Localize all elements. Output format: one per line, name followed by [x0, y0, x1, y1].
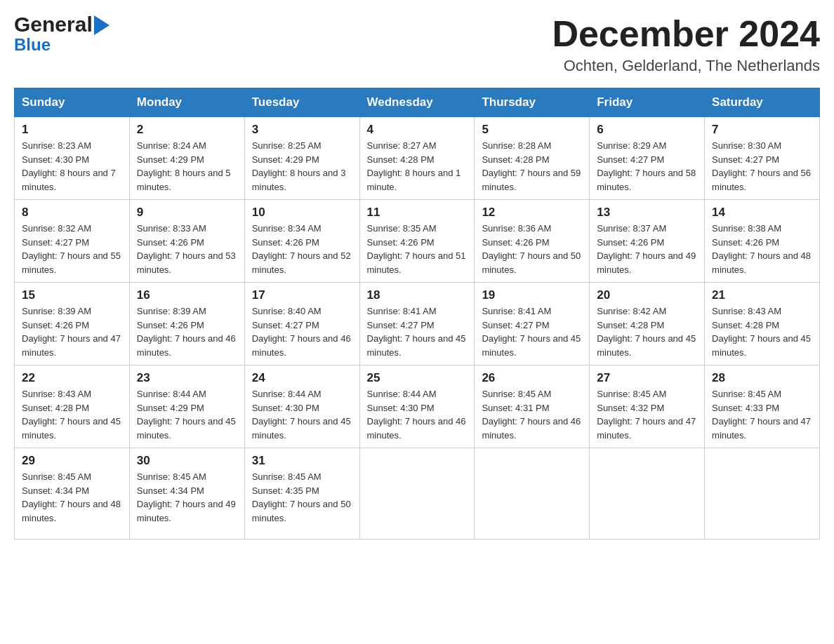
page-header: General Blue December 2024 Ochten, Gelde…: [14, 14, 820, 75]
calendar-cell: 24Sunrise: 8:44 AMSunset: 4:30 PMDayligh…: [244, 365, 359, 448]
day-number: 28: [712, 371, 812, 385]
calendar-cell: [590, 448, 705, 539]
calendar-cell: 12Sunrise: 8:36 AMSunset: 4:26 PMDayligh…: [475, 200, 590, 283]
header-tuesday: Tuesday: [244, 88, 359, 117]
day-info: Sunrise: 8:25 AMSunset: 4:29 PMDaylight:…: [252, 139, 352, 194]
day-number: 18: [367, 288, 468, 302]
day-number: 8: [22, 206, 122, 220]
header-friday: Friday: [590, 88, 705, 117]
calendar-cell: 21Sunrise: 8:43 AMSunset: 4:28 PMDayligh…: [705, 283, 820, 365]
calendar-cell: 7Sunrise: 8:30 AMSunset: 4:27 PMDaylight…: [705, 117, 820, 200]
calendar-cell: 30Sunrise: 8:45 AMSunset: 4:34 PMDayligh…: [129, 448, 244, 539]
logo-blue-text: Blue: [14, 36, 51, 53]
day-number: 6: [597, 123, 697, 137]
header-sunday: Sunday: [15, 88, 130, 117]
calendar-cell: 8Sunrise: 8:32 AMSunset: 4:27 PMDaylight…: [15, 200, 130, 283]
day-number: 1: [22, 123, 122, 137]
calendar-cell: 9Sunrise: 8:33 AMSunset: 4:26 PMDaylight…: [129, 200, 244, 283]
calendar-cell: 6Sunrise: 8:29 AMSunset: 4:27 PMDaylight…: [590, 117, 705, 200]
day-info: Sunrise: 8:39 AMSunset: 4:26 PMDaylight:…: [137, 304, 237, 359]
day-number: 16: [137, 288, 237, 302]
day-number: 24: [252, 371, 352, 385]
calendar-cell: 3Sunrise: 8:25 AMSunset: 4:29 PMDaylight…: [244, 117, 359, 200]
day-info: Sunrise: 8:33 AMSunset: 4:26 PMDaylight:…: [137, 222, 237, 276]
day-number: 23: [137, 371, 237, 385]
day-info: Sunrise: 8:43 AMSunset: 4:28 PMDaylight:…: [22, 387, 122, 442]
calendar-cell: 26Sunrise: 8:45 AMSunset: 4:31 PMDayligh…: [475, 365, 590, 448]
header-thursday: Thursday: [475, 88, 590, 117]
calendar-cell: 11Sunrise: 8:35 AMSunset: 4:26 PMDayligh…: [359, 200, 475, 283]
day-number: 12: [482, 206, 582, 220]
calendar-cell: 4Sunrise: 8:27 AMSunset: 4:28 PMDaylight…: [359, 117, 475, 200]
day-number: 7: [712, 123, 812, 137]
day-info: Sunrise: 8:41 AMSunset: 4:27 PMDaylight:…: [482, 304, 582, 359]
calendar-cell: [475, 448, 590, 539]
day-info: Sunrise: 8:23 AMSunset: 4:30 PMDaylight:…: [22, 139, 122, 194]
day-info: Sunrise: 8:40 AMSunset: 4:27 PMDaylight:…: [252, 304, 352, 359]
day-number: 22: [22, 371, 122, 385]
day-info: Sunrise: 8:44 AMSunset: 4:30 PMDaylight:…: [367, 387, 468, 442]
calendar-cell: 16Sunrise: 8:39 AMSunset: 4:26 PMDayligh…: [129, 283, 244, 365]
header-monday: Monday: [129, 88, 244, 117]
calendar-week-row: 22Sunrise: 8:43 AMSunset: 4:28 PMDayligh…: [15, 365, 820, 448]
svg-marker-0: [94, 15, 110, 35]
day-number: 17: [252, 288, 352, 302]
day-number: 13: [597, 206, 697, 220]
day-number: 9: [137, 206, 237, 220]
day-info: Sunrise: 8:45 AMSunset: 4:34 PMDaylight:…: [22, 470, 122, 525]
calendar-cell: 25Sunrise: 8:44 AMSunset: 4:30 PMDayligh…: [359, 365, 475, 448]
logo-arrow-icon: [94, 15, 110, 35]
logo: General Blue: [14, 14, 110, 53]
calendar-cell: 1Sunrise: 8:23 AMSunset: 4:30 PMDaylight…: [15, 117, 130, 200]
day-number: 4: [367, 123, 468, 137]
header-wednesday: Wednesday: [359, 88, 475, 117]
calendar-cell: 2Sunrise: 8:24 AMSunset: 4:29 PMDaylight…: [129, 117, 244, 200]
day-info: Sunrise: 8:44 AMSunset: 4:29 PMDaylight:…: [137, 387, 237, 442]
calendar-cell: [705, 448, 820, 539]
day-info: Sunrise: 8:44 AMSunset: 4:30 PMDaylight:…: [252, 387, 352, 442]
calendar-cell: 13Sunrise: 8:37 AMSunset: 4:26 PMDayligh…: [590, 200, 705, 283]
calendar-week-row: 1Sunrise: 8:23 AMSunset: 4:30 PMDaylight…: [15, 117, 820, 200]
calendar-cell: 10Sunrise: 8:34 AMSunset: 4:26 PMDayligh…: [244, 200, 359, 283]
day-info: Sunrise: 8:45 AMSunset: 4:35 PMDaylight:…: [252, 470, 352, 525]
title-block: December 2024 Ochten, Gelderland, The Ne…: [552, 14, 820, 75]
day-info: Sunrise: 8:41 AMSunset: 4:27 PMDaylight:…: [367, 304, 468, 359]
day-number: 19: [482, 288, 582, 302]
day-number: 11: [367, 206, 468, 220]
day-info: Sunrise: 8:45 AMSunset: 4:32 PMDaylight:…: [597, 387, 697, 442]
day-info: Sunrise: 8:30 AMSunset: 4:27 PMDaylight:…: [712, 139, 812, 194]
day-number: 27: [597, 371, 697, 385]
calendar-cell: 19Sunrise: 8:41 AMSunset: 4:27 PMDayligh…: [475, 283, 590, 365]
location-subtitle: Ochten, Gelderland, The Netherlands: [552, 57, 820, 75]
day-number: 29: [22, 454, 122, 468]
month-year-title: December 2024: [552, 14, 820, 54]
calendar-cell: 15Sunrise: 8:39 AMSunset: 4:26 PMDayligh…: [15, 283, 130, 365]
day-number: 2: [137, 123, 237, 137]
day-info: Sunrise: 8:43 AMSunset: 4:28 PMDaylight:…: [712, 304, 812, 359]
day-number: 3: [252, 123, 352, 137]
day-number: 20: [597, 288, 697, 302]
calendar-header-row: SundayMondayTuesdayWednesdayThursdayFrid…: [15, 88, 820, 117]
calendar-cell: 14Sunrise: 8:38 AMSunset: 4:26 PMDayligh…: [705, 200, 820, 283]
calendar-cell: 31Sunrise: 8:45 AMSunset: 4:35 PMDayligh…: [244, 448, 359, 539]
calendar-week-row: 15Sunrise: 8:39 AMSunset: 4:26 PMDayligh…: [15, 283, 820, 365]
day-number: 25: [367, 371, 468, 385]
calendar-cell: 17Sunrise: 8:40 AMSunset: 4:27 PMDayligh…: [244, 283, 359, 365]
day-info: Sunrise: 8:28 AMSunset: 4:28 PMDaylight:…: [482, 139, 582, 194]
day-info: Sunrise: 8:36 AMSunset: 4:26 PMDaylight:…: [482, 222, 582, 276]
day-info: Sunrise: 8:34 AMSunset: 4:26 PMDaylight:…: [252, 222, 352, 276]
day-info: Sunrise: 8:27 AMSunset: 4:28 PMDaylight:…: [367, 139, 468, 194]
day-info: Sunrise: 8:45 AMSunset: 4:33 PMDaylight:…: [712, 387, 812, 442]
calendar-cell: 29Sunrise: 8:45 AMSunset: 4:34 PMDayligh…: [15, 448, 130, 539]
day-info: Sunrise: 8:37 AMSunset: 4:26 PMDaylight:…: [597, 222, 697, 276]
day-info: Sunrise: 8:32 AMSunset: 4:27 PMDaylight:…: [22, 222, 122, 276]
day-number: 21: [712, 288, 812, 302]
day-info: Sunrise: 8:35 AMSunset: 4:26 PMDaylight:…: [367, 222, 468, 276]
calendar-cell: 20Sunrise: 8:42 AMSunset: 4:28 PMDayligh…: [590, 283, 705, 365]
calendar-table: SundayMondayTuesdayWednesdayThursdayFrid…: [14, 88, 820, 539]
calendar-week-row: 29Sunrise: 8:45 AMSunset: 4:34 PMDayligh…: [15, 448, 820, 539]
logo-general-text: General: [14, 14, 93, 35]
day-info: Sunrise: 8:39 AMSunset: 4:26 PMDaylight:…: [22, 304, 122, 359]
day-info: Sunrise: 8:45 AMSunset: 4:31 PMDaylight:…: [482, 387, 582, 442]
calendar-cell: 27Sunrise: 8:45 AMSunset: 4:32 PMDayligh…: [590, 365, 705, 448]
